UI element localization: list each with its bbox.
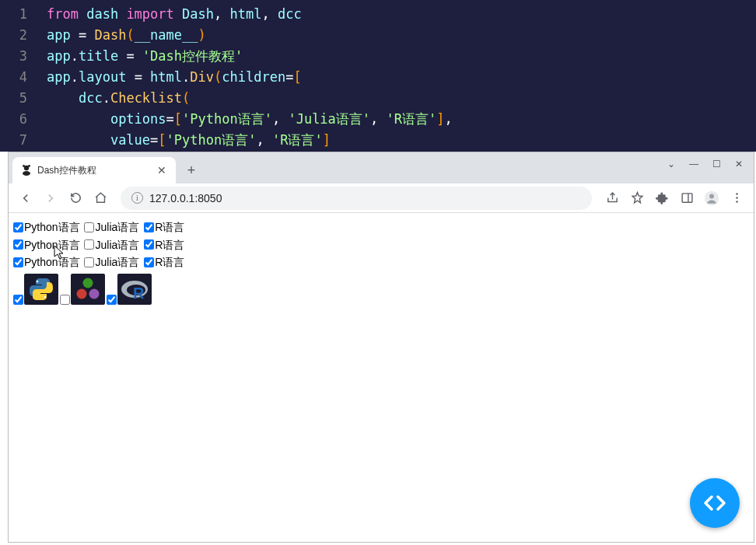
checklist-item[interactable]: R语言 bbox=[144, 219, 184, 235]
checklist-item[interactable]: Julia语言 bbox=[84, 219, 139, 235]
svg-point-1 bbox=[23, 171, 30, 176]
line-number: 2 bbox=[0, 25, 47, 46]
tab-title: Dash控件教程 bbox=[37, 164, 151, 177]
window-controls: ⌄ — ☐ ✕ bbox=[656, 154, 754, 174]
checkbox-label: Python语言 bbox=[24, 254, 80, 270]
nav-forward-button[interactable] bbox=[40, 187, 61, 209]
tab-close-icon[interactable]: ✕ bbox=[156, 164, 168, 176]
checklist-row: Python语言 Julia语言 R语言 bbox=[13, 237, 749, 254]
line-number: 1 bbox=[0, 4, 47, 25]
site-info-icon[interactable]: i bbox=[131, 192, 143, 204]
checklist-item[interactable]: R语言 bbox=[144, 237, 184, 253]
svg-rect-4 bbox=[682, 194, 692, 202]
checkbox[interactable] bbox=[13, 239, 23, 250]
checklist-item[interactable]: Python语言 bbox=[13, 237, 80, 253]
checkbox-label: Julia语言 bbox=[95, 237, 139, 253]
checkbox[interactable] bbox=[144, 222, 154, 232]
code-line-text[interactable]: options=['Python语言', 'Julia语言', 'R语言'], bbox=[47, 109, 453, 130]
r-logo-icon: R bbox=[117, 274, 152, 305]
checkbox-label: Python语言 bbox=[24, 219, 80, 235]
menu-button[interactable] bbox=[726, 187, 747, 209]
checkbox-label: R语言 bbox=[155, 254, 184, 270]
checkbox[interactable] bbox=[144, 257, 154, 267]
julia-logo-icon bbox=[71, 274, 105, 305]
window-maximize-icon[interactable]: ☐ bbox=[712, 159, 721, 169]
code-editor: 1from dash import Dash, html, dcc2app = … bbox=[0, 0, 756, 152]
svg-point-7 bbox=[709, 194, 714, 198]
checkbox-label: Python语言 bbox=[24, 237, 80, 253]
svg-text:R: R bbox=[133, 285, 145, 302]
checkbox[interactable] bbox=[144, 239, 154, 250]
svg-point-9 bbox=[736, 197, 738, 199]
checklist-row: Python语言 Julia语言 R语言 bbox=[13, 254, 749, 271]
browser-window: Dash控件教程 ✕ + ⌄ — ☐ ✕ i 127.0.0.1:8050 P bbox=[8, 152, 754, 543]
line-number: 4 bbox=[0, 67, 47, 88]
url-text: 127.0.0.1:8050 bbox=[149, 192, 222, 204]
line-number: 3 bbox=[0, 46, 47, 67]
checkbox-label: R语言 bbox=[155, 219, 184, 235]
checklist-item[interactable]: Python语言 bbox=[13, 219, 80, 235]
checklist-item[interactable]: Julia语言 bbox=[84, 237, 139, 253]
line-number: 7 bbox=[0, 130, 47, 151]
favicon-icon bbox=[20, 164, 33, 176]
svg-point-2 bbox=[23, 165, 25, 167]
checkbox[interactable] bbox=[84, 257, 94, 267]
checklist-image-item[interactable] bbox=[60, 274, 105, 305]
page-content: Python语言 Julia语言 R语言 Python语言 Julia语言 R语… bbox=[9, 213, 754, 542]
svg-point-13 bbox=[83, 278, 93, 288]
checkbox-label: R语言 bbox=[155, 237, 184, 253]
code-line-text[interactable]: app.title = 'Dash控件教程' bbox=[47, 46, 243, 67]
profile-button[interactable] bbox=[701, 187, 723, 209]
new-tab-button[interactable]: + bbox=[180, 159, 202, 181]
svg-point-3 bbox=[28, 165, 30, 167]
checklist-image-item[interactable] bbox=[13, 274, 58, 305]
checklist-row: Python语言 Julia语言 R语言 bbox=[13, 219, 749, 236]
checklist-image-row: R bbox=[13, 274, 749, 305]
code-line-text[interactable]: from dash import Dash, html, dcc bbox=[47, 4, 302, 25]
checklist-item[interactable]: R语言 bbox=[144, 254, 184, 270]
share-button[interactable] bbox=[601, 187, 623, 209]
tab-strip: Dash控件教程 ✕ + ⌄ — ☐ ✕ bbox=[9, 152, 754, 183]
code-line-text[interactable]: value=['Python语言', 'R语言'] bbox=[47, 130, 331, 151]
checklist-image-item[interactable]: R bbox=[107, 274, 152, 305]
nav-home-button[interactable] bbox=[89, 187, 111, 209]
browser-tab[interactable]: Dash控件教程 ✕ bbox=[12, 157, 176, 183]
checkbox-label: Julia语言 bbox=[95, 254, 139, 270]
svg-point-10 bbox=[736, 201, 738, 203]
window-close-icon[interactable]: ✕ bbox=[735, 159, 743, 169]
line-number: 6 bbox=[0, 109, 47, 130]
svg-point-12 bbox=[44, 295, 47, 298]
checkbox[interactable] bbox=[13, 222, 23, 232]
svg-point-15 bbox=[89, 288, 100, 299]
checklist-item[interactable]: Python语言 bbox=[13, 254, 80, 270]
checkbox-label: Julia语言 bbox=[95, 219, 139, 235]
address-bar[interactable]: i 127.0.0.1:8050 bbox=[121, 187, 592, 210]
window-minimize-icon[interactable]: — bbox=[689, 159, 698, 169]
svg-point-11 bbox=[37, 280, 39, 282]
browser-toolbar: i 127.0.0.1:8050 bbox=[9, 183, 754, 213]
extensions-button[interactable] bbox=[651, 187, 673, 209]
python-logo-icon bbox=[24, 274, 58, 305]
checkbox[interactable] bbox=[13, 257, 23, 267]
dash-devtools-button[interactable] bbox=[690, 478, 740, 528]
checkbox[interactable] bbox=[60, 295, 70, 305]
checkbox[interactable] bbox=[84, 222, 94, 232]
checkbox[interactable] bbox=[107, 295, 117, 305]
bookmark-button[interactable] bbox=[626, 187, 648, 209]
checklist-item[interactable]: Julia语言 bbox=[84, 254, 139, 270]
code-line-text[interactable]: dcc.Checklist( bbox=[47, 88, 190, 109]
nav-reload-button[interactable] bbox=[65, 187, 86, 209]
svg-point-8 bbox=[736, 193, 738, 195]
checkbox[interactable] bbox=[13, 295, 23, 305]
svg-point-14 bbox=[77, 288, 87, 299]
code-line-text[interactable]: app.layout = html.Div(children=[ bbox=[47, 67, 302, 88]
nav-back-button[interactable] bbox=[15, 187, 37, 209]
code-line-text[interactable]: app = Dash(__name__) bbox=[47, 25, 206, 46]
window-caret-icon[interactable]: ⌄ bbox=[667, 159, 675, 169]
checkbox[interactable] bbox=[84, 239, 94, 250]
sidepanel-button[interactable] bbox=[676, 187, 698, 209]
line-number: 5 bbox=[0, 88, 47, 109]
